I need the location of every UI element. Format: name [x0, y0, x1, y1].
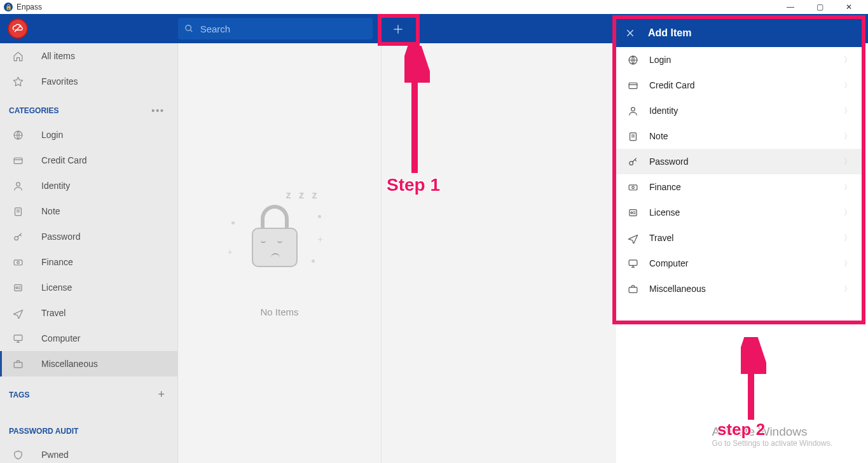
svg-point-16 [16, 287, 18, 289]
categories-header-label: CATEGORIES [9, 106, 59, 115]
search-field[interactable] [178, 18, 373, 39]
key-icon [626, 156, 639, 167]
svg-point-36 [630, 212, 632, 214]
panel-item-travel[interactable]: Travel〉 [616, 225, 862, 251]
add-item-button[interactable] [387, 18, 410, 41]
window-minimize-button[interactable]: — [782, 3, 799, 11]
panel-item-finance[interactable]: Finance〉 [616, 174, 862, 200]
category-item-identity[interactable]: Identity [0, 173, 177, 198]
svg-point-1 [186, 25, 191, 31]
empty-state-label: No Items [260, 307, 298, 317]
window-titlebar: 🔒 Enpass — ▢ ✕ [0, 0, 868, 14]
panel-item-label: Identity [649, 106, 678, 116]
person-icon [13, 181, 32, 191]
person-icon [626, 106, 639, 116]
svg-rect-6 [14, 158, 22, 163]
window-maximize-button[interactable]: ▢ [811, 3, 829, 11]
nav-label: Password [41, 232, 80, 242]
note-icon [13, 206, 32, 217]
panel-item-password[interactable]: Password〉 [616, 149, 862, 174]
empty-state-illustration: z z z + + [216, 190, 343, 291]
sidebar: All itemsFavorites CATEGORIES ••• LoginC… [0, 43, 178, 463]
panel-item-label: Credit Card [649, 80, 695, 90]
svg-point-28 [631, 107, 635, 111]
panel-item-license[interactable]: License〉 [616, 200, 862, 225]
item-list-column: z z z + + No Items [178, 43, 382, 463]
category-item-miscellaneous[interactable]: Miscellaneous [0, 351, 177, 377]
briefcase-icon [13, 359, 32, 370]
panel-item-label: Travel [649, 233, 673, 243]
globe-icon [13, 130, 32, 141]
panel-item-credit-card[interactable]: Credit Card〉 [616, 73, 862, 98]
category-item-computer[interactable]: Computer [0, 326, 177, 351]
category-item-license[interactable]: License [0, 275, 177, 300]
svg-point-34 [631, 186, 634, 189]
svg-rect-13 [14, 259, 22, 265]
category-item-login[interactable]: Login [0, 122, 177, 148]
nav-label: License [41, 282, 72, 293]
svg-rect-19 [14, 335, 22, 340]
panel-item-login[interactable]: Login〉 [616, 47, 862, 73]
audit-header-label: PASSWORD AUDIT [9, 427, 78, 436]
add-item-panel-header: Add Item [616, 19, 862, 47]
category-item-credit-card[interactable]: Credit Card [0, 148, 177, 173]
categories-more-icon[interactable]: ••• [151, 106, 165, 116]
panel-close-button[interactable] [625, 28, 635, 38]
sync-status-icon[interactable] [8, 18, 28, 39]
globe-icon [626, 55, 639, 66]
nav-label: Favorites [41, 76, 78, 86]
nav-label: Finance [41, 257, 73, 267]
plane-icon [626, 233, 639, 244]
tags-header: TAGS + [0, 377, 177, 408]
close-icon [625, 28, 635, 38]
audit-header: PASSWORD AUDIT [0, 408, 177, 442]
note-icon [626, 131, 639, 142]
nav-label: Computer [41, 333, 80, 343]
nav-item-all-items[interactable]: All items [0, 43, 177, 69]
panel-item-label: Login [649, 55, 671, 65]
panel-item-computer[interactable]: Computer〉 [616, 251, 862, 276]
nav-label: Miscellaneous [41, 359, 98, 369]
search-input[interactable] [200, 24, 366, 34]
svg-line-2 [190, 30, 192, 32]
chevron-right-icon: 〉 [844, 55, 851, 66]
plane-icon [13, 308, 32, 319]
panel-item-note[interactable]: Note〉 [616, 123, 862, 149]
key-icon [13, 232, 32, 242]
nav-label: Travel [41, 308, 65, 318]
svg-rect-33 [629, 184, 637, 190]
category-item-note[interactable]: Note [0, 198, 177, 224]
svg-rect-39 [629, 259, 637, 265]
nav-item-favorites[interactable]: Favorites [0, 69, 177, 94]
cash-icon [626, 182, 639, 193]
category-item-password[interactable]: Password [0, 224, 177, 249]
category-item-travel[interactable]: Travel [0, 300, 177, 326]
chevron-right-icon: 〉 [844, 106, 851, 116]
audit-item-pwned[interactable]: Pwned [0, 442, 177, 463]
chevron-right-icon: 〉 [844, 233, 851, 244]
panel-item-identity[interactable]: Identity〉 [616, 98, 862, 123]
svg-rect-42 [629, 287, 637, 293]
license-icon [13, 282, 32, 293]
plus-icon [392, 23, 404, 36]
svg-line-0 [15, 25, 22, 32]
chevron-right-icon: 〉 [844, 258, 851, 269]
panel-item-label: Note [649, 131, 668, 141]
nav-label: Identity [41, 181, 70, 191]
chevron-right-icon: 〉 [844, 80, 851, 91]
add-tag-button[interactable]: + [158, 388, 165, 401]
card-icon [13, 155, 32, 166]
svg-point-14 [17, 261, 20, 264]
window-close-button[interactable]: ✕ [840, 3, 858, 11]
cash-icon [13, 257, 32, 268]
add-item-panel: Add Item Login〉Credit Card〉Identity〉Note… [612, 15, 865, 324]
nav-label: Login [41, 130, 63, 140]
chevron-right-icon: 〉 [844, 284, 851, 294]
panel-item-miscellaneous[interactable]: Miscellaneous〉 [616, 276, 862, 301]
monitor-icon [626, 258, 639, 269]
nav-label: Note [41, 206, 60, 216]
monitor-icon [13, 333, 32, 344]
svg-rect-26 [629, 83, 637, 88]
home-icon [13, 51, 32, 62]
category-item-finance[interactable]: Finance [0, 249, 177, 275]
